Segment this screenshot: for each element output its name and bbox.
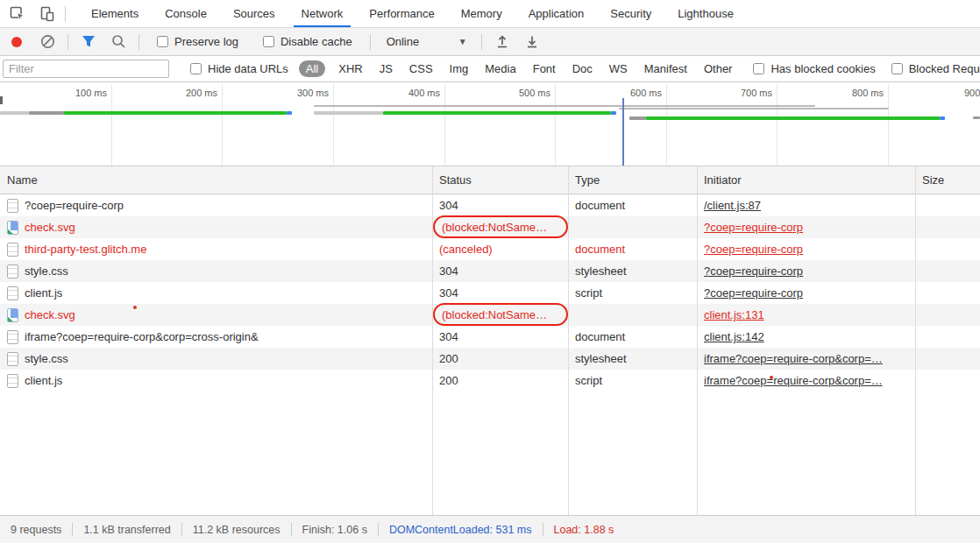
request-row[interactable]: check.svg(blocked:NotSame…client.js:131	[0, 304, 980, 326]
size-cell	[915, 370, 980, 391]
request-row[interactable]: style.css304stylesheet?coep=require-corp	[0, 260, 980, 282]
document-file-icon	[7, 199, 18, 213]
initiator-link[interactable]: client.js:131	[704, 308, 764, 321]
filter-pill-img[interactable]: Img	[446, 60, 472, 77]
import-har-icon[interactable]	[492, 32, 513, 53]
disable-cache-checkbox[interactable]: Disable cache	[263, 35, 352, 48]
column-divider	[697, 166, 698, 515]
request-name: third-party-test.glitch.me	[25, 243, 146, 256]
hide-data-urls-checkbox[interactable]: Hide data URLs	[190, 62, 288, 75]
initiator-cell: iframe?coep=require-corp&corp=…	[697, 348, 915, 370]
size-cell	[915, 216, 980, 238]
request-row[interactable]: third-party-test.glitch.me(canceled)docu…	[0, 238, 980, 260]
filter-pill-other[interactable]: Other	[700, 60, 736, 77]
initiator-link[interactable]: iframe?coep=require-corp&corp=…	[704, 352, 883, 365]
tab-console[interactable]: Console	[152, 0, 220, 27]
column-header-status[interactable]: Status	[432, 166, 568, 194]
tab-sources[interactable]: Sources	[220, 0, 288, 27]
clear-icon[interactable]	[37, 32, 58, 53]
request-row[interactable]: ?coep=require-corp304document/client.js:…	[0, 194, 980, 216]
tab-lighthouse[interactable]: Lighthouse	[664, 0, 747, 27]
filter-pill-js[interactable]: JS	[376, 60, 396, 77]
search-icon[interactable]	[108, 32, 129, 53]
request-name: check.svg	[25, 308, 75, 321]
timeline-gridline	[888, 84, 889, 166]
request-row[interactable]: client.js304script?coep=require-corp	[0, 282, 980, 304]
red-annotation-dot	[770, 376, 773, 379]
tab-performance[interactable]: Performance	[356, 0, 447, 27]
timeline-gridline	[555, 84, 556, 166]
export-har-icon[interactable]	[522, 32, 543, 53]
initiator-link[interactable]: iframe?coep=require-corp&corp=…	[704, 374, 883, 387]
tab-elements[interactable]: Elements	[78, 0, 152, 27]
column-header-name[interactable]: Name	[0, 166, 432, 194]
checkbox[interactable]	[190, 63, 202, 74]
size-cell	[915, 326, 980, 348]
column-header-initiator[interactable]: Initiator	[697, 166, 915, 194]
tab-network[interactable]: Network	[288, 0, 357, 27]
status-text: 200	[439, 374, 458, 387]
timeline-gridline	[444, 84, 445, 166]
filter-pill-manifest[interactable]: Manifest	[641, 60, 691, 77]
throttling-select[interactable]: Online ▼	[387, 35, 467, 48]
status-cell: 200	[432, 348, 568, 370]
status-item: 1.1 kB transferred	[73, 524, 181, 536]
blocked-requests-label: Blocked Requests	[909, 62, 980, 75]
initiator-link[interactable]: /client.js:87	[704, 199, 761, 212]
filter-pill-ws[interactable]: WS	[606, 60, 631, 77]
request-row[interactable]: client.js200scriptiframe?coep=require-co…	[0, 370, 980, 391]
request-row[interactable]: check.svg(blocked:NotSame…?coep=require-…	[0, 216, 980, 238]
preserve-log-checkbox[interactable]: Preserve log	[157, 35, 238, 48]
filter-pill-css[interactable]: CSS	[406, 60, 437, 77]
checkbox[interactable]	[753, 63, 764, 74]
has-blocked-cookies-checkbox[interactable]: Has blocked cookies	[753, 62, 875, 75]
filter-pill-media[interactable]: Media	[481, 60, 519, 77]
network-overview-timeline[interactable]: 100 ms200 ms300 ms400 ms500 ms600 ms700 …	[0, 82, 980, 166]
filter-input[interactable]	[3, 60, 169, 78]
request-name: style.css	[25, 352, 68, 365]
status-item[interactable]: Load: 1.88 s	[543, 524, 625, 536]
checkbox[interactable]	[891, 63, 903, 74]
initiator-link[interactable]: ?coep=require-corp	[704, 243, 803, 256]
separator	[67, 34, 68, 50]
status-item: 9 requests	[11, 524, 72, 536]
tab-security[interactable]: Security	[597, 0, 664, 27]
tab-application[interactable]: Application	[515, 0, 598, 27]
timeline-gridline	[333, 84, 334, 166]
initiator-link[interactable]: ?coep=require-corp	[704, 286, 803, 300]
checkbox[interactable]	[157, 36, 168, 47]
size-cell	[915, 260, 980, 282]
status-cell: (blocked:NotSame…	[432, 304, 568, 326]
name-cell: check.svg	[0, 304, 432, 326]
column-header-type[interactable]: Type	[568, 166, 697, 194]
timeline-tick-label: 500 ms	[494, 88, 550, 98]
initiator-link[interactable]: ?coep=require-corp	[704, 221, 803, 234]
filter-pill-doc[interactable]: Doc	[569, 60, 596, 77]
timeline-tick-label: 300 ms	[272, 88, 329, 98]
tab-memory[interactable]: Memory	[448, 0, 515, 27]
request-row[interactable]: iframe?coep=require-corp&corp=cross-orig…	[0, 326, 980, 348]
status-text-circled: (blocked:NotSame…	[433, 303, 568, 326]
waterfall-bar-segment	[973, 116, 980, 119]
device-toolbar-icon[interactable]	[35, 3, 60, 25]
request-row[interactable]: style.css200stylesheetiframe?coep=requir…	[0, 348, 980, 370]
network-filter-bar: Hide data URLs AllXHRJSCSSImgMediaFontDo…	[0, 56, 980, 82]
filter-pill-all[interactable]: All	[299, 60, 325, 77]
devtools-tabbar: ElementsConsoleSourcesNetworkPerformance…	[0, 0, 980, 28]
filter-funnel-icon[interactable]	[78, 32, 99, 53]
column-header-size[interactable]: Size	[915, 166, 980, 194]
document-file-icon	[7, 286, 18, 300]
blocked-requests-checkbox[interactable]: Blocked Requests	[891, 62, 980, 75]
overview-left-handle[interactable]	[0, 96, 3, 104]
size-cell	[915, 348, 980, 370]
filter-pill-xhr[interactable]: XHR	[335, 60, 366, 77]
initiator-link[interactable]: client.js:142	[704, 330, 764, 343]
status-text: 304	[439, 199, 458, 212]
initiator-link[interactable]: ?coep=require-corp	[704, 264, 803, 278]
checkbox[interactable]	[263, 36, 274, 47]
devtools-window: ElementsConsoleSourcesNetworkPerformance…	[0, 0, 980, 543]
record-icon[interactable]	[11, 37, 22, 47]
filter-pill-font[interactable]: Font	[529, 60, 559, 77]
inspect-icon[interactable]	[5, 3, 30, 25]
status-item[interactable]: DOMContentLoaded: 531 ms	[379, 524, 543, 536]
